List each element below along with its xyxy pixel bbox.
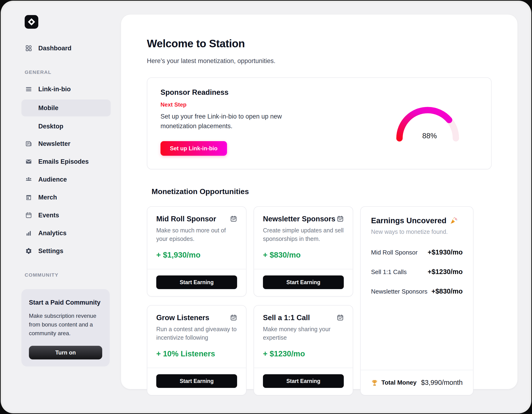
- sidebar-item-label: Emails Episodes: [38, 158, 89, 165]
- card-value: + 10% Listeners: [156, 349, 237, 358]
- earnings-uncovered-panel: Earnings Uncovered New ways to monetize …: [360, 206, 474, 395]
- section-title: Monetization Opportunities: [152, 187, 492, 196]
- newspaper-icon: [25, 140, 33, 148]
- sidebar-item-label: Events: [38, 212, 59, 219]
- envelope-icon: [25, 158, 33, 166]
- earnings-subtitle: New ways to monetize found.: [371, 228, 463, 235]
- sidebar-item-merch[interactable]: Merch: [25, 188, 111, 206]
- dashboard-grid-icon: [25, 44, 33, 52]
- sidebar-item-label: Settings: [38, 247, 63, 255]
- calendar-icon: [25, 211, 33, 219]
- sidebar-item-label: Audience: [38, 176, 67, 183]
- menu-lines-icon: [25, 85, 33, 93]
- earnings-title: Earnings Uncovered: [371, 216, 446, 225]
- trophy-icon: [371, 379, 378, 386]
- sponsor-readiness-title: Sponsor Readiness: [161, 88, 302, 97]
- bar-chart-icon: [25, 229, 33, 237]
- readiness-gauge: 88%: [392, 101, 463, 143]
- earnings-row-value: +$1230/mo: [428, 268, 463, 276]
- sidebar-item-dashboard[interactable]: Dashboard: [25, 39, 111, 57]
- sidebar: Dashboard GENERAL Link-in-bio Mobile Des…: [2, 2, 121, 412]
- community-card-title: Start a Paid Community: [29, 299, 102, 306]
- opportunity-card-mid-roll: Mid Roll Sponsor Make so much more out o…: [147, 206, 247, 297]
- sidebar-section-community: COMMUNITY: [25, 272, 111, 278]
- sidebar-item-audience[interactable]: Audience: [25, 170, 111, 188]
- total-money-row: Total Money $3,990/month: [361, 370, 473, 395]
- start-earning-button[interactable]: Start Earning: [156, 276, 237, 289]
- sponsor-readiness-description: Set up your free Link-in-bio to open up …: [161, 112, 302, 131]
- earnings-row: Mid Roll Sponsor +$1930/mo: [371, 248, 463, 256]
- opportunities-grid: Mid Roll Sponsor Make so much more out o…: [147, 206, 492, 395]
- sidebar-nav: Dashboard GENERAL Link-in-bio Mobile Des…: [25, 39, 111, 366]
- earnings-row-value: +$830/mo: [431, 287, 463, 295]
- sidebar-item-mobile[interactable]: Mobile: [21, 99, 111, 117]
- total-money-label: Total Money: [381, 379, 417, 386]
- earnings-row-label: Mid Roll Sponsor: [371, 249, 418, 256]
- storefront-icon: [25, 193, 33, 201]
- main-area: Welcome to Station Here’s your latest mo…: [121, 2, 530, 412]
- sidebar-item-label: Desktop: [38, 123, 63, 130]
- card-description: Make so much more out of your episodes.: [156, 226, 237, 243]
- calendar-chart-icon: [337, 215, 344, 222]
- calendar-chart-icon: [230, 314, 237, 321]
- sidebar-item-newsletter[interactable]: Newsletter: [25, 135, 111, 153]
- card-title: Sell a 1:1 Call: [263, 314, 310, 322]
- card-description: Make money sharing your expertise: [263, 325, 344, 342]
- next-step-label: Next Step: [161, 101, 302, 108]
- card-title: Newsletter Sponsors: [263, 215, 335, 223]
- main-panel: Welcome to Station Here’s your latest mo…: [121, 15, 517, 389]
- community-card: Start a Paid Community Make subscription…: [21, 289, 110, 366]
- sidebar-item-emails-episodes[interactable]: Emails Episodes: [25, 153, 111, 170]
- opportunity-card-newsletter-sponsors: Newsletter Sponsors Create simple update…: [254, 206, 353, 297]
- station-logo: [25, 15, 38, 29]
- card-value: + $1230/mo: [263, 349, 344, 358]
- sidebar-item-events[interactable]: Events: [25, 206, 111, 224]
- party-popper-icon: [450, 217, 458, 225]
- sidebar-item-label: Link-in-bio: [38, 86, 71, 93]
- start-earning-button[interactable]: Start Earning: [263, 374, 344, 388]
- turn-on-button[interactable]: Turn on: [29, 346, 102, 359]
- total-money-value: $3,990/month: [421, 379, 463, 386]
- opportunity-card-sell-call: Sell a 1:1 Call Make money sharing your …: [254, 305, 353, 395]
- community-card-description: Make subscription revenue from bonus con…: [29, 311, 102, 338]
- sidebar-item-label: Mobile: [38, 104, 58, 112]
- card-description: Run a contest and giveaway to incentiviz…: [156, 325, 237, 342]
- sidebar-item-label: Merch: [38, 194, 57, 201]
- people-icon: [25, 176, 33, 184]
- sidebar-item-label: Newsletter: [38, 140, 70, 148]
- page-title: Welcome to Station: [147, 37, 492, 50]
- earnings-row-label: Sell 1:1 Calls: [371, 268, 407, 276]
- card-value: + $830/mo: [263, 250, 344, 259]
- earnings-row: Sell 1:1 Calls +$1230/mo: [371, 268, 463, 276]
- sidebar-item-link-in-bio[interactable]: Link-in-bio: [25, 80, 111, 98]
- gear-icon: [25, 247, 33, 255]
- sponsor-readiness-card: Sponsor Readiness Next Step Set up your …: [147, 77, 492, 169]
- earnings-row: Newsletter Sponsors +$830/mo: [371, 287, 463, 295]
- sidebar-item-desktop[interactable]: Desktop: [25, 118, 111, 135]
- card-description: Create simple updates and sell sponsorsh…: [263, 226, 344, 243]
- sidebar-section-general: GENERAL: [25, 69, 111, 75]
- page-subtitle: Here’s your latest monetization, opportu…: [147, 57, 492, 65]
- sidebar-item-analytics[interactable]: Analytics: [25, 224, 111, 242]
- opportunity-card-grow-listeners: Grow Listeners Run a contest and giveawa…: [147, 305, 247, 395]
- sidebar-item-label: Analytics: [38, 230, 66, 237]
- gauge-percent-label: 88%: [422, 132, 437, 140]
- calendar-chart-icon: [337, 314, 344, 321]
- setup-link-in-bio-button[interactable]: Set up Link-in-bio: [161, 141, 227, 156]
- card-title: Mid Roll Sponsor: [156, 215, 216, 223]
- app-frame: Dashboard GENERAL Link-in-bio Mobile Des…: [2, 2, 530, 412]
- start-earning-button[interactable]: Start Earning: [156, 374, 237, 388]
- diamond-logo-icon: [27, 18, 36, 26]
- sidebar-item-settings[interactable]: Settings: [25, 242, 111, 260]
- calendar-chart-icon: [230, 215, 237, 222]
- card-title: Grow Listeners: [156, 314, 209, 322]
- earnings-row-label: Newsletter Sponsors: [371, 288, 428, 295]
- card-value: + $1,930/mo: [156, 250, 237, 259]
- start-earning-button[interactable]: Start Earning: [263, 276, 344, 289]
- sidebar-item-label: Dashboard: [38, 45, 71, 52]
- earnings-row-value: +$1930/mo: [428, 248, 463, 256]
